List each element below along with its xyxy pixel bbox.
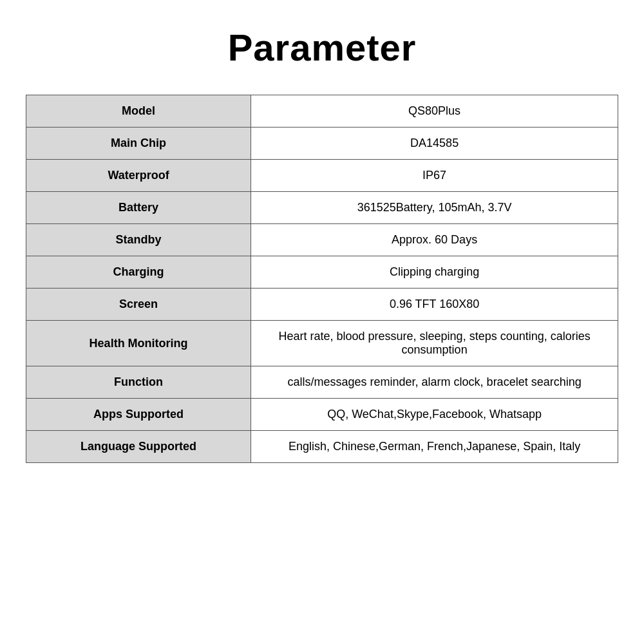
table-row: StandbyApprox. 60 Days	[26, 224, 618, 256]
row-value-7: Heart rate, blood pressure, sleeping, st…	[251, 321, 618, 366]
row-label-7: Health Monitoring	[26, 321, 251, 366]
row-label-9: Apps Supported	[26, 399, 251, 431]
table-row: Functioncalls/messages reminder, alarm c…	[26, 366, 618, 399]
row-value-2: IP67	[251, 160, 618, 192]
page-title: Parameter	[228, 26, 417, 69]
row-label-0: Model	[26, 95, 251, 128]
row-value-5: Clipping charging	[251, 256, 618, 289]
table-row: Main ChipDA14585	[26, 128, 618, 160]
table-row: Battery361525Battery, 105mAh, 3.7V	[26, 192, 618, 224]
row-label-2: Waterproof	[26, 160, 251, 192]
row-value-1: DA14585	[251, 128, 618, 160]
row-label-8: Function	[26, 366, 251, 399]
row-value-0: QS80Plus	[251, 95, 618, 128]
table-row: Apps SupportedQQ, WeChat,Skype,Facebook,…	[26, 399, 618, 431]
table-row: Screen0.96 TFT 160X80	[26, 289, 618, 321]
row-value-8: calls/messages reminder, alarm clock, br…	[251, 366, 618, 399]
row-label-1: Main Chip	[26, 128, 251, 160]
table-row: ChargingClipping charging	[26, 256, 618, 289]
table-row: Language SupportedEnglish, Chinese,Germa…	[26, 431, 618, 463]
table-row: Health MonitoringHeart rate, blood press…	[26, 321, 618, 366]
row-label-6: Screen	[26, 289, 251, 321]
row-label-5: Charging	[26, 256, 251, 289]
row-value-4: Approx. 60 Days	[251, 224, 618, 256]
parameter-table: ModelQS80PlusMain ChipDA14585WaterproofI…	[26, 95, 618, 463]
row-value-9: QQ, WeChat,Skype,Facebook, Whatsapp	[251, 399, 618, 431]
row-value-10: English, Chinese,German, French,Japanese…	[251, 431, 618, 463]
row-label-4: Standby	[26, 224, 251, 256]
table-row: WaterproofIP67	[26, 160, 618, 192]
row-label-3: Battery	[26, 192, 251, 224]
row-value-6: 0.96 TFT 160X80	[251, 289, 618, 321]
table-row: ModelQS80Plus	[26, 95, 618, 128]
row-value-3: 361525Battery, 105mAh, 3.7V	[251, 192, 618, 224]
row-label-10: Language Supported	[26, 431, 251, 463]
